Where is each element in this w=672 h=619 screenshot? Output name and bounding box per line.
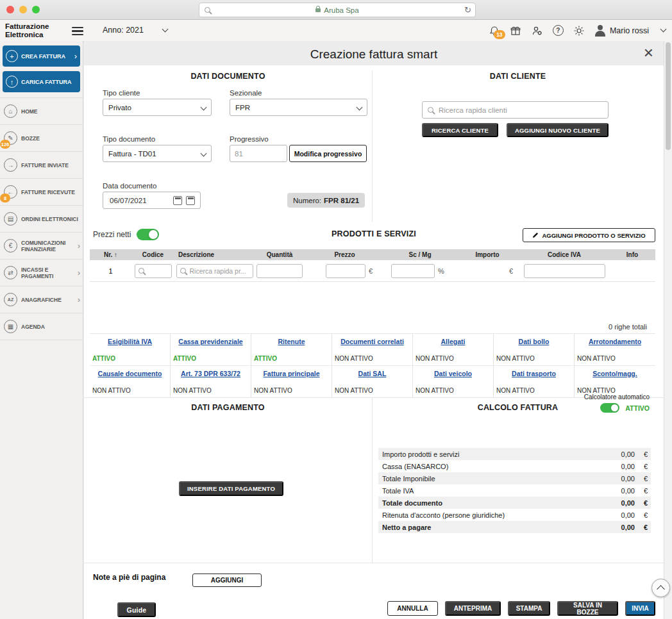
option-dati-veicolo: Dati veicolo NON ATTIVO xyxy=(413,366,494,398)
tipo-cliente-select[interactable]: Privato xyxy=(103,99,212,116)
ricerca-cliente-button[interactable]: RICERCA CLIENTE xyxy=(422,123,498,137)
user-menu[interactable]: Mario rossi xyxy=(594,25,649,37)
descrizione-input[interactable] xyxy=(189,267,249,276)
payment-calc-section: DATI PAGAMENTO CALCOLO FATTURA INSERIRE … xyxy=(84,397,664,563)
gift-icon xyxy=(510,25,521,37)
arrow-right-icon: → xyxy=(4,158,17,172)
help-button[interactable]: ? xyxy=(553,25,564,36)
scroll-to-top-button[interactable] xyxy=(651,579,670,597)
data-documento-field[interactable] xyxy=(103,192,201,209)
reload-icon[interactable]: ↻ xyxy=(464,5,471,15)
support-button[interactable] xyxy=(531,25,543,37)
transfer-icon: ⇄ xyxy=(4,266,17,279)
calcolatore-toggle[interactable] xyxy=(600,403,619,413)
notifications-button[interactable]: 13 xyxy=(489,25,500,37)
column-header-descrizione: Descrizione xyxy=(174,251,255,258)
avatar xyxy=(594,25,606,37)
option-dati-sal: Dati SAL NON ATTIVO xyxy=(332,366,413,398)
year-selector[interactable]: Anno: 2021 xyxy=(103,26,167,35)
dati-pagamento-title: DATI PAGAMENTO xyxy=(84,403,372,412)
option-documenti-correlati: Documenti correlati NON ATTIVO xyxy=(332,334,413,366)
sc-mg-input[interactable] xyxy=(391,264,435,278)
menu-icon[interactable] xyxy=(72,27,83,37)
quantita-input[interactable] xyxy=(256,264,303,278)
sidebar-item-bozze[interactable]: ✎ 126 BOZZE xyxy=(0,125,83,152)
numero-label: Numero: xyxy=(293,197,321,204)
calc-row-netto: Netto a pagare0,00€ xyxy=(378,521,651,533)
modal-title: Creazione fattura smart xyxy=(84,47,664,62)
salva-in-bozze-button[interactable]: SALVA IN BOZZE xyxy=(557,601,618,616)
data-documento-input[interactable] xyxy=(108,196,169,205)
settings-button[interactable] xyxy=(573,25,585,37)
progressivo-input[interactable] xyxy=(230,145,287,162)
sidebar-item-carica-fattura[interactable]: ↑ CARICA FATTURA xyxy=(3,71,80,92)
vertical-scrollbar[interactable] xyxy=(664,41,672,619)
today-icon[interactable] xyxy=(173,196,182,205)
sidebar-item-ordini-elettronici[interactable]: ▤ ORDINI ELETTRONICI xyxy=(0,206,83,233)
column-header-codice: Codice xyxy=(131,251,174,258)
stampa-button[interactable]: STAMPA xyxy=(508,601,550,616)
az-icon: AZ xyxy=(4,293,17,306)
column-header-importo: Importo xyxy=(455,251,519,258)
invia-button[interactable]: INVIA xyxy=(625,601,655,616)
codice-iva-input[interactable] xyxy=(524,264,605,278)
option-dati-trasporto: Dati trasporto NON ATTIVO xyxy=(494,366,575,398)
chevron-right-icon: › xyxy=(78,268,80,277)
sidebar-item-incassi-pagamenti[interactable]: ⇄ INCASSI E PAGAMENTI › xyxy=(0,260,83,286)
sidebar-item-anagrafiche[interactable]: AZ ANAGRAFICHE › xyxy=(0,286,83,313)
prezzi-netti-label: Prezzi netti xyxy=(93,230,131,239)
guide-button[interactable]: Guide xyxy=(117,602,156,617)
aggiungi-nuovo-cliente-button[interactable]: AGGIUNGI NUOVO CLIENTE xyxy=(507,123,609,137)
progressivo-label: Progressivo xyxy=(230,135,269,143)
app-window: Aruba Spa ↻ Fatturazione Elettronica Ann… xyxy=(0,0,672,619)
anteprima-button[interactable]: ANTEPRIMA xyxy=(445,601,501,616)
aggiungi-note-button[interactable]: AGGIUNGI xyxy=(192,574,262,587)
sidebar-item-fatture-ricevute[interactable]: ← 8 FATTURE RICEVUTE xyxy=(0,179,83,206)
codice-search-field[interactable] xyxy=(135,264,172,278)
annulla-button[interactable]: ANNULLA xyxy=(387,601,438,616)
header-chevron-down-icon[interactable] xyxy=(660,26,667,33)
lock-icon xyxy=(315,8,321,12)
sidebar-item-crea-fattura[interactable]: + CREA FATTURA › xyxy=(3,45,80,67)
address-bar[interactable]: Aruba Spa ↻ xyxy=(199,3,476,17)
chevron-up-icon xyxy=(657,585,665,593)
calendar-icon[interactable] xyxy=(186,196,195,205)
cliente-search-input[interactable] xyxy=(437,106,603,115)
app-logo: Fatturazione Elettronica xyxy=(5,22,49,38)
pencil-icon xyxy=(532,232,539,238)
search-icon xyxy=(139,268,144,274)
inserire-dati-pagamento-button[interactable]: INSERIRE DATI PAGAMENTO xyxy=(179,481,283,496)
sidebar-item-comunicazioni-finanziarie[interactable]: € COMUNICAZIONI FINANZIARIE › xyxy=(0,233,83,260)
products-table-header: Nr. ↑ Codice Descrizione Quantità Prezzo… xyxy=(90,249,655,260)
home-icon: ⌂ xyxy=(4,104,17,118)
sidebar-item-agenda[interactable]: ▦ AGENDA xyxy=(0,313,83,340)
chevron-right-icon: › xyxy=(78,295,80,304)
chevron-right-icon: › xyxy=(78,242,80,251)
descrizione-search-field[interactable] xyxy=(176,264,253,278)
sidebar-item-fatture-inviate[interactable]: → FATTURE INVIATE xyxy=(0,152,83,179)
sezionale-label: Sezionale xyxy=(230,89,262,97)
close-icon[interactable]: × xyxy=(644,45,653,60)
close-window-button[interactable] xyxy=(6,6,14,13)
euro-symbol: € xyxy=(509,267,513,275)
tipo-documento-select[interactable]: Fattura - TD01 xyxy=(103,145,212,162)
modifica-progressivo-button[interactable]: Modifica progressivo xyxy=(289,145,367,162)
promotions-button[interactable] xyxy=(510,25,521,37)
minimize-window-button[interactable] xyxy=(19,6,27,13)
sidebar-item-home[interactable]: ⌂ HOME xyxy=(0,98,83,125)
calc-row: Totale IVA0,00€ xyxy=(378,484,651,497)
aggiungi-prodotto-button[interactable]: AGGIUNGI PRODOTTO O SERVIZIO xyxy=(523,228,655,242)
prezzi-netti-toggle[interactable] xyxy=(137,229,159,240)
sidebar: + CREA FATTURA › ↑ CARICA FATTURA ⌂ HOME… xyxy=(0,41,83,619)
dati-documento-title: DATI DOCUMENTO xyxy=(84,72,372,81)
search-icon xyxy=(205,7,210,13)
scrollbar-thumb[interactable] xyxy=(666,42,671,150)
zoom-window-button[interactable] xyxy=(32,6,40,13)
prezzo-input[interactable] xyxy=(326,264,365,278)
righe-totali: 0 righe totali xyxy=(609,323,647,331)
row-number: 1 xyxy=(90,267,131,275)
sezionale-select[interactable]: FPR xyxy=(230,99,367,116)
column-header-nr[interactable]: Nr. ↑ xyxy=(90,251,131,258)
cliente-search-field[interactable] xyxy=(422,101,609,119)
codice-input[interactable] xyxy=(147,267,168,276)
